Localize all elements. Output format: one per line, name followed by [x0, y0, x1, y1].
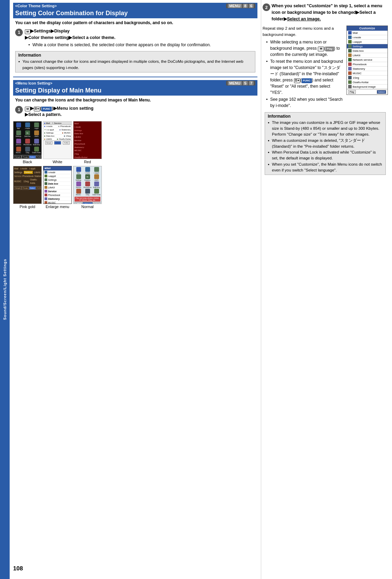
- n-service-label: Service: [76, 187, 81, 188]
- enlarge-row-databox: Data box: [43, 182, 71, 186]
- step1-number: 1: [15, 29, 23, 36]
- service-label: Service: [16, 144, 21, 146]
- private-btn[interactable]: Private: [21, 155, 29, 159]
- music-label: MUSIC: [16, 152, 21, 154]
- enlarge-header: ■Mail: [43, 166, 71, 170]
- section-color-theme: <Color Theme Setting> MENU 8 6 Setting C…: [13, 3, 257, 74]
- customize-panel-box: Customize Mail i-mode i-αappli Settings …: [346, 26, 388, 95]
- n-osaifu-icon: [94, 189, 99, 194]
- pink-simple-btn[interactable]: Simple: [14, 186, 21, 190]
- pink-func-btn[interactable]: FUNC: [36, 186, 42, 190]
- cust-row-lifekit[interactable]: LifeKit: [347, 53, 388, 58]
- simple-btn[interactable]: Simple: [14, 155, 21, 159]
- phone-black: Mail i-mode i-appli Settings DbData box …: [13, 121, 42, 159]
- cust-row-databox[interactable]: Data box: [347, 49, 388, 53]
- n-osaifu-label: Oaifu-Keitai: [92, 194, 101, 196]
- white-select-btn[interactable]: Select: [54, 141, 61, 145]
- cell-phonebook: Phonebook: [23, 138, 32, 146]
- stationery-icon: [34, 139, 39, 144]
- white-simple-btn[interactable]: Simple: [45, 141, 52, 145]
- main-content: <Color Theme Setting> MENU 8 6 Setting C…: [10, 0, 261, 579]
- step2a-number: 1: [15, 106, 23, 114]
- n-stationery-icon: [94, 181, 99, 186]
- step2-para: Repeat step 2 and set menu icons and a b…: [263, 26, 343, 38]
- cust-row-osaifu[interactable]: Osaifu-Keitai: [347, 80, 388, 85]
- section1-desc: You can set the display color pattern of…: [13, 18, 257, 27]
- phone-red-container: Mail i-mode Settings Data box LifeKit Se…: [73, 121, 102, 164]
- step2-info-bullet4: When you set "Customize", the Main Menu …: [268, 161, 383, 174]
- step2-info-bullet1: The image you can customize is a JPEG or…: [268, 120, 383, 138]
- step2-title: When you select "Customize" in step 1, s…: [272, 3, 388, 22]
- n-imode-label: i-mode: [85, 172, 90, 174]
- info-bullet1: You cannot change the color for icons an…: [18, 59, 252, 71]
- white-func-btn[interactable]: FUNC: [63, 141, 70, 145]
- n-lifekit-icon: [94, 174, 99, 179]
- section2-header-text: <Menu Icon Setting>: [15, 81, 52, 85]
- cust-row-imode[interactable]: i-mode: [347, 35, 388, 40]
- menu-icon-inline: M: [25, 29, 30, 34]
- normal-func[interactable]: FUNC: [94, 202, 100, 204]
- black-label: Black: [13, 160, 42, 164]
- step2-bullet2: To reset the menu icon and background im…: [266, 58, 343, 96]
- cust-row-1seg[interactable]: 1Seg: [347, 76, 388, 80]
- step2-with-panel: 2 When you select "Customize" in step 1,…: [263, 3, 388, 24]
- n-service: Service: [74, 181, 83, 188]
- cust-row-network[interactable]: Network service: [347, 58, 388, 62]
- step2-bullets: While selecting a menu icon or backgroun…: [266, 39, 343, 109]
- cust-row-stationery[interactable]: Stationery: [347, 67, 388, 71]
- enlarge-row-stationery: Stationery: [43, 197, 71, 201]
- customize-panel: Customize Mail i-mode i-αappli Settings …: [346, 26, 388, 95]
- customize-title: Customize: [347, 26, 388, 31]
- step1-instruction: M▶Settings▶Display▶Color theme setting▶S…: [25, 29, 115, 40]
- step2-body: Repeat step 2 and set menu icons and a b…: [263, 26, 388, 109]
- phone-pink: Mail i-mode i-αppli Settings Databox Lif…: [13, 166, 42, 204]
- onek-label: 1Seg: [26, 152, 29, 154]
- menu-icon-step2: M: [25, 107, 30, 111]
- white-label: White: [43, 160, 72, 164]
- step2-bullet3: See page 162 when you select "Search by …: [266, 96, 343, 109]
- info-box-title: Information: [18, 53, 252, 58]
- cust-row-mail[interactable]: Mail: [347, 31, 388, 35]
- cust-row-settings[interactable]: Settings: [347, 44, 388, 49]
- black-menu-grid: Mail i-mode i-appli Settings DbData box …: [13, 121, 41, 155]
- section1-info-box: Information You cannot change the color …: [15, 51, 255, 72]
- phone-normal: Mail i-mode i-αappli Settings DbDatabox …: [73, 166, 102, 204]
- pink-private-btn[interactable]: Private: [21, 186, 29, 190]
- cust-row-music[interactable]: MUSIC: [347, 71, 388, 76]
- cust-select-btn[interactable]: Select: [377, 90, 386, 94]
- enlarge-row-iappli: i-αappli: [43, 174, 71, 178]
- step2-info-box: Information The image you can customize …: [265, 112, 386, 175]
- pink-select-btn[interactable]: Select: [29, 186, 36, 190]
- phone-black-screen: Mail i-mode i-appli Settings DbData box …: [13, 121, 41, 159]
- cell-1seg: 1Seg: [23, 146, 32, 154]
- menu-icon2: MENU: [228, 81, 242, 85]
- enlarge-row-lifekit: LifeKit: [43, 186, 71, 189]
- cust-row-phonebook[interactable]: Phonebook: [347, 62, 388, 67]
- func-btn[interactable]: FUNC: [36, 155, 42, 159]
- cell-stationery: Stationery: [32, 138, 41, 146]
- n-settings-label: Settings: [76, 179, 81, 181]
- info-box-list: You cannot change the color for icons an…: [18, 59, 252, 71]
- play-btn: Play: [325, 47, 334, 51]
- n-iappli-icon: [94, 167, 99, 172]
- phone-red: Mail i-mode Settings Data box LifeKit Se…: [73, 121, 102, 159]
- section2-title: Setting Display of Main Menu: [13, 86, 257, 96]
- step2a-instruction: M▶☰✦(FUNC)▶Menu icon setting▶Select a pa…: [25, 106, 94, 117]
- step1-content: M▶Settings▶Display▶Color theme setting▶S…: [25, 28, 255, 49]
- phone-white: ■ Mail ✦ Service ■ i-mode ■ Phonebook ✦ …: [43, 121, 72, 159]
- databox-icon: Db: [25, 130, 30, 135]
- cust-row-background[interactable]: Background image: [347, 85, 388, 89]
- cell-osaifu: Osaifu-Keita: [32, 146, 41, 154]
- n-mail-icon: [76, 167, 81, 172]
- play-icon-inline: ✉: [318, 47, 324, 51]
- n-mail-label: Mail: [77, 172, 80, 174]
- select-btn[interactable]: Select: [29, 155, 36, 159]
- cust-row-iappli[interactable]: i-αappli: [347, 40, 388, 44]
- cust-play-btn[interactable]: Play: [348, 90, 356, 94]
- normal-select[interactable]: ◄Select►: [82, 202, 93, 204]
- pink-label: Pink gold: [13, 205, 42, 209]
- settings-label: Settings: [16, 136, 21, 137]
- osaifu-label: Osaifu-Keita: [32, 152, 41, 154]
- cell-mail: Mail: [14, 122, 23, 130]
- normal-simple[interactable]: Simple: [75, 202, 82, 204]
